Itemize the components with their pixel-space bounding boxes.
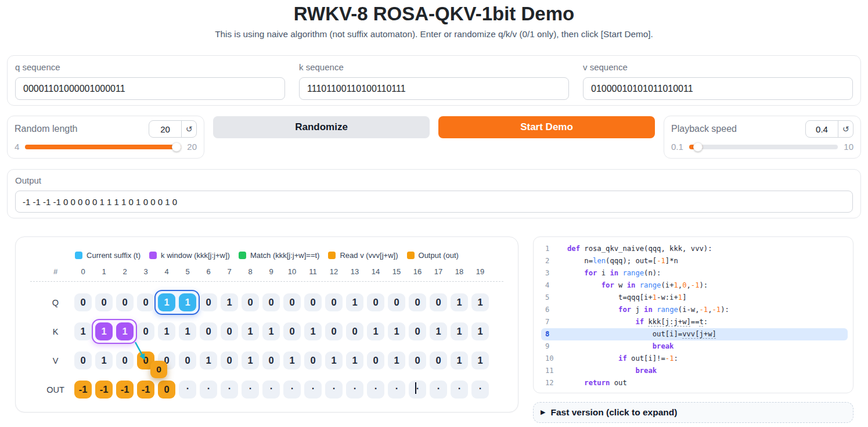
line-number: 5 <box>541 292 567 304</box>
code-token <box>635 281 639 289</box>
row-label: V <box>30 356 74 365</box>
code-text: def rosa_qkv_naive(qqq, kkk, vvv): <box>567 243 712 255</box>
code-panel: 1def rosa_qkv_naive(qqq, kkk, vvv):2 n=l… <box>533 236 853 393</box>
cell-value: 1 <box>477 355 482 366</box>
grid-cell: 1 <box>471 293 489 311</box>
code-token-kw: in <box>610 269 618 277</box>
code-line-11: 11 break <box>541 365 848 377</box>
grid-cell: 0 <box>304 293 322 311</box>
cell-value: . <box>207 381 210 392</box>
random-length-card: Random length ↺ 4 20 <box>7 116 204 159</box>
v-sequence-input[interactable] <box>583 77 853 100</box>
cell-value: 1 <box>101 326 106 337</box>
playback-speed-slider[interactable] <box>689 145 838 149</box>
code-text: if kkk[j:j+w]==t: <box>567 316 708 328</box>
grid-cell: 1 <box>158 322 175 340</box>
output-value[interactable]: -1 -1 -1 -1 0 0 0 0 0 1 1 1 1 0 1 0 0 0 … <box>15 191 853 213</box>
start-demo-button[interactable]: Start Demo <box>438 116 655 138</box>
grid-cell: 0 <box>304 351 322 369</box>
random-length-slider[interactable] <box>25 145 181 149</box>
cell-value: . <box>416 381 419 392</box>
code-column: 1def rosa_qkv_naive(qqq, kkk, vvv):2 n=l… <box>533 236 853 423</box>
grid-cell: 1 <box>242 322 259 340</box>
cell-value: 0 <box>331 326 336 337</box>
column-index-label: 15 <box>388 267 405 276</box>
code-token-kw: for <box>584 269 597 277</box>
sequence-inputs-card: q sequence k sequence v sequence <box>7 55 861 106</box>
cell-value: 0 <box>226 326 232 337</box>
grid-cell: 1 <box>74 322 92 340</box>
cell-value: 1 <box>289 355 294 366</box>
grid-cell: 0 <box>137 293 154 311</box>
cell-value: 1 <box>226 297 232 308</box>
k-sequence-input[interactable] <box>299 77 569 100</box>
code-token: (n): <box>644 269 661 277</box>
code-line-3: 3 for i in range(n): <box>541 267 848 279</box>
cell-value: 0 <box>206 326 211 337</box>
code-token-num: 1 <box>653 293 657 302</box>
cell-value: 0 <box>143 297 148 308</box>
grid-cell: 1 <box>221 293 238 311</box>
random-length-slider-handle[interactable] <box>172 142 181 152</box>
randomize-button[interactable]: Randomize <box>213 116 430 138</box>
column-index-label: 1 <box>95 267 113 276</box>
code-token: j <box>631 306 644 314</box>
grid-cell: . <box>388 381 405 399</box>
column-index-label: 16 <box>409 267 426 276</box>
cell-value: 1 <box>456 297 462 308</box>
cell-value: 1 <box>456 355 462 366</box>
cell-value: 0 <box>122 355 127 366</box>
column-index-label: 0 <box>74 267 92 276</box>
playback-speed-value-input[interactable] <box>806 121 838 137</box>
cell-value: . <box>458 381 461 392</box>
grid-cell: 1 <box>200 351 217 369</box>
code-token: out[i]!= <box>627 354 665 363</box>
code-token-num: -1 <box>691 281 700 289</box>
text-caret <box>415 382 416 394</box>
code-token-num: 0 <box>682 281 686 289</box>
grid-index-row: # 012345678910111213141516171819 <box>30 267 503 276</box>
grid-cell: . <box>346 381 363 399</box>
legend-swatch-icon <box>407 252 415 259</box>
playback-speed-reset-button[interactable]: ↺ <box>838 121 853 137</box>
random-length-spinner: ↺ <box>149 120 197 138</box>
fast-version-summary[interactable]: ▶ Fast version (click to expand) <box>541 407 846 418</box>
random-length-reset-button[interactable]: ↺ <box>181 121 196 137</box>
page-title: RWKV-8 ROSA-QKV-1bit Demo <box>0 3 868 24</box>
cell-value: 1 <box>164 326 169 337</box>
cell-value: -1 <box>79 384 88 395</box>
playback-speed-slider-handle[interactable] <box>693 142 703 152</box>
grid-cell: 0 <box>116 293 134 311</box>
grid-cell: 0 <box>325 293 343 311</box>
k-sequence-field: k sequence <box>299 63 569 100</box>
line-number: 1 <box>541 243 567 255</box>
controls-row: Random length ↺ 4 20 Randomize Start Dem… <box>7 116 861 159</box>
playback-speed-spinner: ↺ <box>805 120 853 138</box>
code-token: out[i]= <box>653 330 682 338</box>
code-line-8: 8 out[i]=vvv[j+w] <box>541 328 848 340</box>
grid-cell: 1 <box>388 351 405 369</box>
cell-value: 0 <box>415 355 420 366</box>
grid-corner-label: # <box>30 267 74 276</box>
cell-value: . <box>228 381 231 392</box>
code-token: : <box>704 318 708 326</box>
grid-cell: 0 <box>430 293 447 311</box>
v-sequence-label: v sequence <box>583 63 853 71</box>
grid-cell: 1 <box>430 322 447 340</box>
column-index-label: 13 <box>346 267 363 276</box>
code-token: t=qqq[i+ <box>618 293 653 302</box>
grid-cell: . <box>409 381 426 399</box>
random-length-value-input[interactable] <box>149 121 181 137</box>
legend-item: Read v (vvv[j+w]) <box>328 251 398 260</box>
code-token-kw: def <box>567 245 580 253</box>
column-index-label: 10 <box>283 267 301 276</box>
cell-value: 0 <box>435 297 441 308</box>
code-line-12: 12 return out <box>541 377 848 389</box>
code-token: rosa_qkv_naive(qqq, kkk, vvv): <box>580 245 712 253</box>
code-token-fn: range <box>657 306 678 314</box>
playback-speed-card: Playback speed ↺ 0.1 10 <box>664 116 861 159</box>
q-sequence-input[interactable] <box>15 77 285 100</box>
column-index-label: 2 <box>116 267 134 276</box>
grid-cell: 1 <box>367 322 384 340</box>
grid-cell: 1 <box>242 351 259 369</box>
